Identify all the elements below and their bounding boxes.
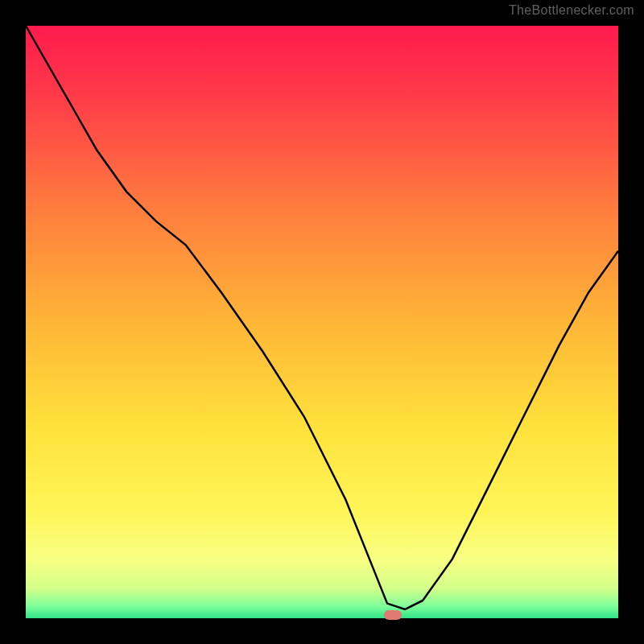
bottleneck-marker xyxy=(384,610,402,620)
bottleneck-chart xyxy=(0,0,644,644)
gradient-background xyxy=(26,26,618,618)
